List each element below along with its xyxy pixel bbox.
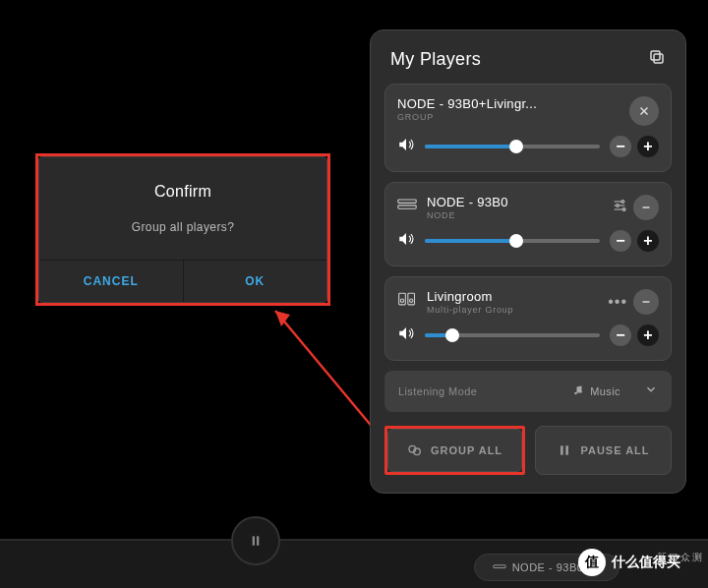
svg-point-11 — [400, 299, 403, 302]
players-panel: My Players NODE - 93B0+Livingr... GROUP — [370, 29, 686, 494]
music-note-icon — [572, 382, 584, 400]
group-all-button[interactable]: GROUP ALL — [387, 429, 522, 472]
volume-up-button[interactable]: + — [637, 230, 659, 252]
player-subtitle: Multi-player Group — [427, 305, 598, 315]
volume-down-button[interactable]: − — [610, 324, 631, 346]
player-name: NODE - 93B0 — [427, 195, 602, 209]
dialog-buttons: CANCEL OK — [39, 260, 326, 302]
player-name: NODE - 93B0+Livingr... — [397, 96, 620, 111]
copy-icon[interactable] — [648, 48, 666, 70]
player-info: NODE - 93B0 NODE — [427, 195, 602, 220]
player-card-livingroom[interactable]: Livingroom Multi-player Group ••• − + — [384, 276, 672, 361]
watermark-logo: 值 — [578, 549, 606, 576]
volume-slider[interactable] — [425, 145, 600, 148]
player-name: Livingroom — [427, 289, 598, 304]
volume-icon — [397, 324, 415, 346]
confirm-dialog-highlight: Confirm Group all players? CANCEL OK — [35, 153, 330, 306]
volume-up-button[interactable]: + — [637, 324, 659, 346]
player-card-node[interactable]: NODE - 93B0 NODE − + — [384, 182, 672, 266]
play-pause-button[interactable] — [231, 516, 280, 565]
dialog-title: Confirm — [39, 183, 326, 201]
svg-rect-19 — [253, 536, 255, 545]
dialog-body: Group all players? — [39, 214, 326, 260]
panel-actions: GROUP ALL PAUSE ALL — [384, 426, 672, 475]
settings-icon[interactable] — [612, 198, 627, 217]
svg-marker-1 — [275, 311, 290, 326]
player-subtitle: NODE — [427, 210, 602, 220]
volume-up-button[interactable]: + — [637, 136, 659, 157]
volume-row: − + — [397, 230, 659, 252]
watermark-text: 什么值得买 — [612, 554, 680, 571]
svg-point-12 — [410, 299, 413, 302]
pause-all-button[interactable]: PAUSE ALL — [535, 426, 672, 475]
pause-all-label: PAUSE ALL — [580, 444, 649, 456]
svg-rect-2 — [654, 54, 663, 63]
listening-mode-label: Listening Mode — [398, 385, 572, 397]
panel-header: My Players — [384, 44, 672, 84]
confirm-dialog: Confirm Group all players? CANCEL OK — [38, 156, 327, 303]
svg-rect-18 — [566, 445, 569, 454]
svg-rect-5 — [398, 206, 416, 208]
device-icon-small — [493, 562, 506, 572]
listening-mode-value: Music — [590, 385, 620, 397]
more-icon[interactable]: ••• — [608, 293, 627, 311]
volume-row: − + — [397, 324, 659, 346]
group-all-highlight: GROUP ALL — [384, 426, 525, 475]
group-all-label: GROUP ALL — [431, 444, 502, 456]
dialog-message: Group all players? — [39, 220, 326, 234]
svg-point-8 — [622, 208, 625, 211]
cancel-button[interactable]: CANCEL — [39, 261, 184, 302]
panel-title: My Players — [390, 49, 481, 70]
volume-icon — [397, 136, 415, 157]
close-button[interactable] — [629, 96, 659, 126]
remove-button[interactable] — [633, 289, 659, 315]
listening-mode-select[interactable]: Listening Mode Music — [384, 371, 672, 412]
player-subtitle: GROUP — [397, 112, 620, 122]
player-info: NODE - 93B0+Livingr... GROUP — [397, 96, 620, 122]
svg-point-13 — [575, 392, 578, 395]
svg-point-6 — [621, 201, 624, 204]
svg-rect-4 — [398, 200, 416, 203]
volume-down-button[interactable]: − — [610, 230, 631, 252]
svg-rect-21 — [494, 565, 505, 568]
device-icon — [397, 197, 417, 216]
remove-button[interactable] — [633, 195, 659, 220]
svg-point-7 — [617, 205, 620, 207]
volume-slider[interactable] — [425, 333, 600, 337]
volume-slider[interactable] — [425, 239, 600, 243]
player-card-group[interactable]: NODE - 93B0+Livingr... GROUP − + — [384, 84, 672, 172]
ok-button[interactable]: OK — [184, 261, 327, 302]
svg-rect-3 — [651, 51, 660, 60]
chevron-down-icon — [644, 382, 658, 400]
dialog-header: Confirm — [39, 157, 326, 214]
speakers-icon — [397, 291, 417, 311]
watermark: 值 什么值得买 — [578, 549, 680, 576]
volume-down-button[interactable]: − — [610, 136, 631, 157]
svg-rect-20 — [257, 536, 259, 545]
volume-row: − + — [397, 136, 659, 157]
svg-rect-17 — [560, 445, 563, 454]
player-info: Livingroom Multi-player Group — [427, 289, 598, 315]
volume-icon — [397, 230, 415, 252]
svg-point-14 — [580, 390, 583, 393]
